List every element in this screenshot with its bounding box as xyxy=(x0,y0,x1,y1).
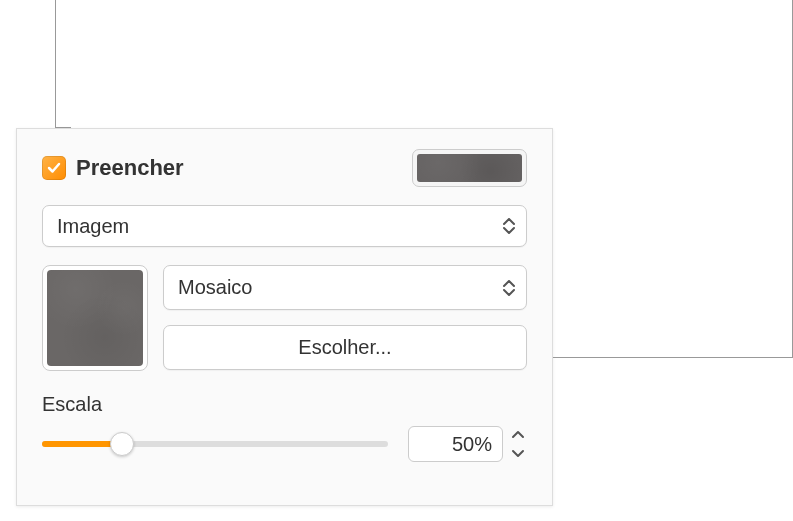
slider-track xyxy=(42,441,388,447)
fill-checkbox[interactable] xyxy=(42,156,66,180)
scale-stepper xyxy=(509,428,527,460)
fill-type-value: Imagem xyxy=(57,215,129,238)
image-preview-well[interactable] xyxy=(42,265,148,371)
chevron-up-icon xyxy=(511,430,525,440)
callout-indicator-right xyxy=(553,357,793,358)
callout-indicator-left xyxy=(55,0,56,128)
fill-color-preview xyxy=(417,154,522,182)
scale-value-input[interactable] xyxy=(408,426,503,462)
scale-controls xyxy=(42,426,527,462)
scale-input-group xyxy=(408,426,527,462)
stepper-up-button[interactable] xyxy=(509,428,527,442)
checkmark-icon xyxy=(46,160,62,176)
slider-thumb[interactable] xyxy=(110,432,134,456)
choose-button-label: Escolher... xyxy=(298,336,391,359)
fill-type-dropdown[interactable]: Imagem xyxy=(42,205,527,247)
image-mode-dropdown[interactable]: Mosaico xyxy=(163,265,527,310)
image-preview-texture xyxy=(47,270,143,366)
chevron-updown-icon xyxy=(502,280,516,296)
image-mode-value: Mosaico xyxy=(178,276,252,299)
chevron-down-icon xyxy=(511,448,525,458)
image-fill-row: Mosaico Escolher... xyxy=(42,265,527,371)
chevron-updown-icon xyxy=(502,218,516,234)
scale-label: Escala xyxy=(42,393,527,416)
fill-label: Preencher xyxy=(76,155,184,181)
choose-image-button[interactable]: Escolher... xyxy=(163,325,527,370)
scale-slider[interactable] xyxy=(42,429,388,459)
stepper-down-button[interactable] xyxy=(509,446,527,460)
fill-title-group: Preencher xyxy=(42,155,184,181)
fill-panel: Preencher Imagem Mosaico Escolher... xyxy=(16,128,553,506)
fill-header: Preencher xyxy=(42,149,527,187)
image-controls: Mosaico Escolher... xyxy=(163,265,527,371)
fill-color-swatch[interactable] xyxy=(412,149,527,187)
